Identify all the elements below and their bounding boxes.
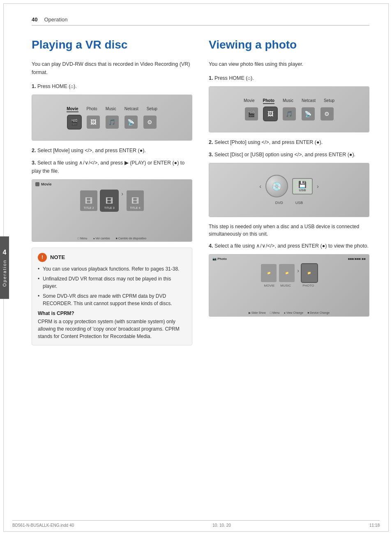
- right-home-screen: Movie Photo Music Netcast Setup 🎬 🖼 🎵 📡 …: [209, 86, 369, 132]
- what-cprm-title: What is CPRM?: [38, 310, 186, 316]
- photo-screen-info: ■■■/■■■ ■■: [348, 257, 366, 261]
- browser-title-text: Movie: [41, 182, 52, 186]
- right-step-1-text: Press HOME (⌂).: [214, 75, 254, 81]
- bottom-bar-menu: □ Menu: [78, 237, 88, 240]
- note-icon: !: [38, 253, 47, 262]
- movie-icon: 🎬: [68, 116, 81, 129]
- footer-date: 10. 10. 20: [212, 523, 231, 528]
- right-nav-music: Music: [283, 98, 293, 104]
- right-step-4: 4. Select a file using ∧/∨/</>, and pres…: [209, 242, 369, 250]
- note-box: ! NOTE You can use various playback func…: [32, 248, 192, 345]
- file-3-label: TITLE 4: [130, 206, 140, 209]
- step-3-num: 3.: [32, 160, 36, 166]
- right-arrow-2: ›: [317, 183, 319, 190]
- right-nav-netcast: Netcast: [302, 98, 316, 104]
- step-3: 3. Select a file using ∧/∨/</>, and pres…: [32, 159, 192, 175]
- left-browser-screen: Movie 🎞 TITLE 2 🎞 TITLE 3 › �: [32, 179, 192, 242]
- dvd-label: DVD: [275, 201, 283, 205]
- note-item-1: You can use various playback functions. …: [38, 265, 186, 273]
- note-item-2: Unfinalized DVD VR format discs may not …: [38, 275, 186, 290]
- browser-files: 🎞 TITLE 2 🎞 TITLE 3 › 🎞 TITLE 4: [35, 190, 189, 211]
- right-movie-icon: 🎬: [245, 107, 258, 120]
- side-tab: 4 Operation: [0, 236, 9, 299]
- photo-browser-screen: 📷 Photo ■■■/■■■ ■■ 📁 📁 › 📁: [209, 254, 369, 317]
- photo-bottom-view: ● View Change: [284, 311, 303, 315]
- folder-music-label: 📁: [285, 271, 289, 275]
- label-movie: MOVIE: [264, 284, 275, 287]
- note-header: ! NOTE: [38, 253, 186, 262]
- netcast-icon: 📡: [125, 116, 138, 129]
- right-step-4-text: Select a file using ∧/∨/</>, and press E…: [214, 243, 369, 249]
- file-2: 🎞 TITLE 3: [101, 190, 118, 211]
- right-arrow: ›: [121, 190, 123, 211]
- dvd-usb-row: ‹ 💿 💾 USB ›: [259, 175, 318, 197]
- usb-box: 💾 USB: [292, 178, 313, 195]
- folder-binding: 📁: [302, 264, 317, 282]
- right-photo-icon: 🖼: [264, 107, 277, 120]
- photo-top-bar: 📷 Photo ■■■/■■■ ■■: [212, 257, 366, 261]
- right-home-nav: Movie Photo Music Netcast Setup: [244, 98, 334, 104]
- step-2-text: Select [Movie] using </>, and press ENTE…: [37, 148, 146, 153]
- home-nav: Movie Photo Music Netcast Setup: [67, 107, 157, 112]
- left-column: Playing a VR disc You can play DVD-RW di…: [32, 38, 192, 345]
- nav-music: Music: [106, 107, 116, 112]
- browser-title: Movie: [35, 182, 189, 186]
- label-photo: PHOTO: [302, 284, 314, 287]
- step-2: 2. Select [Movie] using </>, and press E…: [32, 146, 192, 155]
- right-music-icon: 🎵: [283, 107, 296, 120]
- right-step-3-text: Select [Disc] or [USB] option using </>,…: [214, 152, 355, 157]
- dvd-usb-screen: ‹ 💿 💾 USB › DVD USB: [209, 163, 369, 217]
- photo-bottom-menu: □ Menu: [270, 311, 280, 315]
- setup-icon: ⚙: [143, 116, 157, 129]
- step-3-note: This step is needed only when a disc and…: [209, 223, 369, 238]
- cprm-text: CPRM is a copy protection system (with s…: [38, 318, 186, 340]
- nav-setup: Setup: [147, 107, 157, 112]
- file-1: 🎞 TITLE 2: [80, 190, 97, 211]
- right-home-icons: 🎬 🖼 🎵 📡 ⚙: [245, 107, 334, 120]
- photo-files: 📁 📁 › 📁: [212, 264, 366, 282]
- footer-filename: BD561-N-BUSALLK-ENG.indd 40: [12, 523, 74, 528]
- folder-movie-label: 📁: [267, 271, 271, 275]
- label-music: MUSIC: [280, 284, 291, 287]
- nav-movie: Movie: [67, 107, 78, 112]
- note-list: You can use various playback functions. …: [38, 265, 186, 307]
- step-1-text: Press HOME (⌂).: [37, 83, 77, 89]
- reel-2: 🎞: [106, 197, 113, 206]
- photo-bottom-device: ■ Device Change: [307, 311, 330, 315]
- page-section-title: Operation: [44, 16, 67, 23]
- step-2-num: 2.: [32, 148, 36, 153]
- page-header: 40 Operation: [32, 16, 369, 25]
- browser-icon: [35, 182, 39, 186]
- right-column: Viewing a photo You can view photo files…: [209, 38, 369, 345]
- folder-binding-label: 📁: [307, 271, 311, 275]
- right-step-2-text: Select [Photo] using </>, and press ENTE…: [214, 139, 323, 145]
- photo-icon: 🖼: [87, 116, 100, 129]
- main-content: Playing a VR disc You can play DVD-RW di…: [32, 38, 369, 345]
- right-step-2: 2. Select [Photo] using </>, and press E…: [209, 138, 369, 146]
- bottom-bar-cambio: ■ Cambio de dispositivo: [116, 237, 147, 240]
- step-1-num: 1.: [32, 83, 36, 89]
- footer-time: 11:18: [369, 523, 380, 528]
- left-home-screen: Movie Photo Music Netcast Setup 🎬 🖼 🎵 📡 …: [32, 95, 192, 141]
- nav-netcast: Netcast: [125, 107, 138, 112]
- file-3: 🎞 TITLE 4: [127, 190, 144, 211]
- file-2-label: TITLE 3: [104, 206, 115, 209]
- note-item-3: Some DVD-VR discs are made with CPRM dat…: [38, 292, 186, 307]
- left-intro: You can play DVD-RW discs that is record…: [32, 60, 192, 76]
- home-icons: 🎬 🖼 🎵 📡 ⚙: [68, 116, 157, 129]
- right-netcast-icon: 📡: [302, 107, 315, 120]
- right-setup-icon: ⚙: [321, 107, 334, 120]
- bottom-bar-ver: ● Ver cambio: [93, 237, 110, 240]
- right-nav-movie: Movie: [244, 98, 255, 104]
- side-tab-label: Operation: [2, 259, 7, 286]
- page-footer: BD561-N-BUSALLK-ENG.indd 40 10. 10. 20 1…: [12, 520, 380, 528]
- right-step-3: 3. Select [Disc] or [USB] option using <…: [209, 151, 369, 159]
- music-icon: 🎵: [106, 116, 119, 129]
- dvd-disc: 💿: [265, 175, 288, 197]
- right-nav-setup: Setup: [324, 98, 334, 104]
- reel-3: 🎞: [131, 197, 139, 206]
- usb-label: USB: [295, 201, 303, 205]
- right-step-2-num: 2.: [209, 139, 213, 145]
- side-tab-number: 4: [3, 248, 7, 256]
- page-number: 40: [32, 16, 37, 23]
